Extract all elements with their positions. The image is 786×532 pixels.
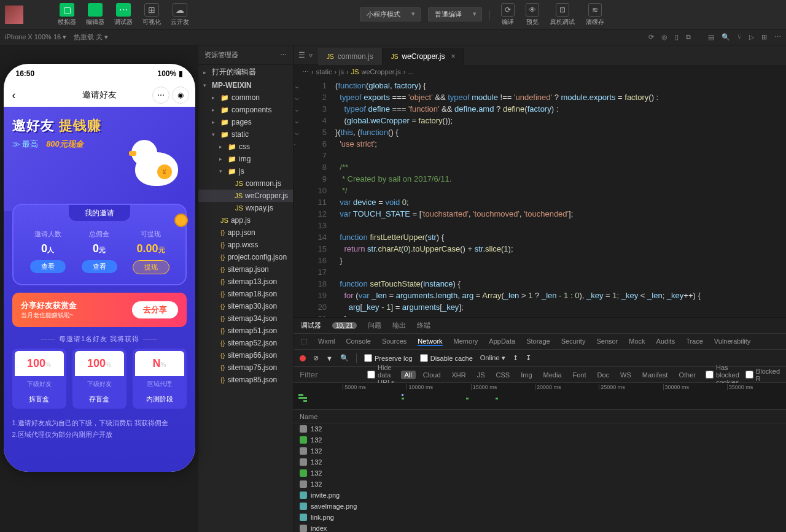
devtools-panel-Sensor[interactable]: Sensor: [596, 337, 618, 346]
tree-item-weCropper.js[interactable]: JSweCropper.js: [198, 190, 293, 202]
tree-item-sitemap.json[interactable]: {}sitemap.json: [198, 263, 293, 276]
stat-button-查看[interactable]: 查看: [30, 260, 66, 273]
devtools-panel-Trace[interactable]: Trace: [686, 337, 703, 346]
device-selector[interactable]: iPhone X 100% 16 ▾: [5, 33, 66, 41]
throttle-dropdown[interactable]: Online ▾: [480, 354, 505, 362]
tree-item-app.json[interactable]: {}app.json: [198, 226, 293, 239]
device-icon[interactable]: ▯: [675, 33, 679, 41]
devtools-panel-Security[interactable]: Security: [561, 337, 586, 346]
filter-type-JS[interactable]: JS: [473, 371, 489, 379]
stat-button-查看[interactable]: 查看: [82, 260, 117, 273]
clear-icon[interactable]: ⊘: [313, 354, 319, 362]
mode-云开发[interactable]: ☁ 云开发: [167, 3, 193, 26]
editor-menu-icon[interactable]: ☰: [298, 51, 305, 60]
network-request-row[interactable]: 132: [294, 434, 786, 445]
editor-bookmark-icon[interactable]: ▿: [309, 51, 313, 60]
network-request-row[interactable]: 132: [294, 479, 786, 490]
search-icon[interactable]: 🔍: [722, 33, 730, 41]
filter-input[interactable]: [300, 370, 361, 379]
tree-item-sitemap34.json[interactable]: {}sitemap34.json: [198, 312, 293, 325]
explorer-icon[interactable]: ▤: [708, 33, 714, 41]
devtools-panel-Mock[interactable]: Mock: [629, 337, 645, 346]
explorer-more-icon[interactable]: ⋯: [280, 51, 287, 59]
tree-item-sitemap18.json[interactable]: {}sitemap18.json: [198, 288, 293, 300]
devtools-tab-问题[interactable]: 问题: [368, 321, 381, 330]
record-button[interactable]: [300, 355, 306, 361]
popout-icon[interactable]: ⧉: [686, 33, 691, 41]
mode-模拟器[interactable]: ▢ 模拟器: [54, 3, 80, 26]
network-request-row[interactable]: saveImage.png: [294, 501, 786, 512]
tree-item-sitemap51.json[interactable]: {}sitemap51.json: [198, 325, 293, 337]
devtools-panel-Storage[interactable]: Storage: [526, 337, 550, 346]
devtools-panel-Audits[interactable]: Audits: [656, 337, 675, 346]
tree-item-sitemap75.json[interactable]: {}sitemap75.json: [198, 361, 293, 374]
tree-item-js[interactable]: ▾📁js: [198, 165, 293, 177]
user-avatar[interactable]: [5, 6, 23, 24]
preserve-log-checkbox[interactable]: Preserve log: [364, 354, 413, 362]
extensions-icon[interactable]: ⊞: [761, 33, 767, 41]
disable-cache-checkbox[interactable]: Disable cache: [420, 354, 473, 362]
tree-item-components[interactable]: ▸📁components: [198, 104, 293, 116]
tree-item-css[interactable]: ▸📁css: [198, 141, 293, 153]
filter-type-Cloud[interactable]: Cloud: [419, 371, 445, 379]
devtools-panel-Console[interactable]: Console: [346, 337, 371, 346]
tree-item-sitemap13.json[interactable]: {}sitemap13.json: [198, 276, 293, 288]
tool-清缓存[interactable]: ≋清缓存: [582, 3, 608, 26]
tree-item-common[interactable]: ▸📁common: [198, 91, 293, 104]
tree-item-project.config.json[interactable]: {}project.config.json: [198, 251, 293, 263]
devtools-panel-Vulnerability[interactable]: Vulnerability: [714, 337, 751, 346]
share-button[interactable]: 去分享: [132, 301, 178, 318]
network-request-row[interactable]: link.png: [294, 512, 786, 523]
devtools-panel-AppData[interactable]: AppData: [489, 337, 515, 346]
tree-item-sitemap66.json[interactable]: {}sitemap66.json: [198, 349, 293, 361]
program-mode-dropdown[interactable]: 小程序模式: [360, 7, 421, 21]
filter-type-XHR[interactable]: XHR: [448, 371, 470, 379]
open-editors-section[interactable]: ▸打开的编辑器: [198, 65, 293, 79]
filter-icon[interactable]: ▼: [326, 355, 333, 362]
editor-tab-weCropper.js[interactable]: JSweCropper.js×: [383, 48, 465, 65]
mode-调试器[interactable]: ⋯ 调试器: [111, 3, 136, 26]
compile-mode-dropdown[interactable]: 普通编译: [428, 7, 482, 21]
devtools-tab-输出[interactable]: 输出: [392, 321, 406, 330]
tree-item-img[interactable]: ▸📁img: [198, 153, 293, 165]
refresh-icon[interactable]: ⟳: [648, 33, 654, 41]
filter-type-CSS[interactable]: CSS: [492, 371, 514, 379]
record-icon[interactable]: ◎: [661, 33, 667, 41]
network-timeline[interactable]: 5000 ms10000 ms15000 ms20000 ms25000 ms3…: [294, 383, 786, 410]
download-icon[interactable]: ↧: [526, 354, 531, 362]
hotreload-toggle[interactable]: 热重载 关 ▾: [74, 33, 108, 42]
problem-count-badge[interactable]: 10, 21: [332, 322, 357, 329]
network-request-row[interactable]: 132: [294, 423, 786, 434]
tree-item-pages[interactable]: ▸📁pages: [198, 116, 293, 128]
branch-icon[interactable]: ⑂: [737, 33, 742, 41]
tree-item-static[interactable]: ▾📁static: [198, 128, 293, 141]
tree-item-app.js[interactable]: JSapp.js: [198, 214, 293, 226]
filter-type-Manifest[interactable]: Manifest: [639, 371, 672, 379]
filter-type-Media[interactable]: Media: [540, 371, 566, 379]
network-request-row[interactable]: 132: [294, 468, 786, 479]
filter-type-WS[interactable]: WS: [617, 371, 635, 379]
devtools-tab-终端[interactable]: 终端: [417, 321, 430, 330]
devtools-panel-Network[interactable]: Network: [418, 337, 442, 346]
debug-icon[interactable]: ▷: [749, 33, 754, 41]
devtools-panel-Memory[interactable]: Memory: [454, 337, 478, 346]
network-request-row[interactable]: 132: [294, 445, 786, 457]
devtools-inspect-icon[interactable]: ⬚: [301, 337, 307, 345]
devtools-panel-Wxml[interactable]: Wxml: [318, 337, 335, 346]
tree-item-wxpay.js[interactable]: JSwxpay.js: [198, 202, 293, 214]
filter-type-Img[interactable]: Img: [517, 371, 535, 379]
upload-icon[interactable]: ↥: [513, 354, 518, 362]
tool-编译[interactable]: ⟳编译: [497, 3, 518, 26]
tree-item-app.wxss[interactable]: {}app.wxss: [198, 239, 293, 251]
search-icon[interactable]: 🔍: [340, 354, 349, 362]
tool-真机调试[interactable]: ⊡真机调试: [547, 3, 578, 26]
filter-type-Font[interactable]: Font: [569, 371, 590, 379]
filter-type-All[interactable]: All: [401, 371, 416, 379]
phone-menu-more-icon[interactable]: ⋯: [152, 87, 169, 104]
mode-编辑器[interactable]: 编辑器: [82, 3, 108, 26]
network-request-row[interactable]: invite.png: [294, 490, 786, 501]
network-table-header[interactable]: Name: [294, 410, 786, 423]
phone-menu-close-icon[interactable]: ◉: [172, 87, 189, 104]
mode-可视化[interactable]: ⊞ 可视化: [139, 3, 165, 26]
editor-tab-common.js[interactable]: JScommon.js: [318, 48, 383, 65]
